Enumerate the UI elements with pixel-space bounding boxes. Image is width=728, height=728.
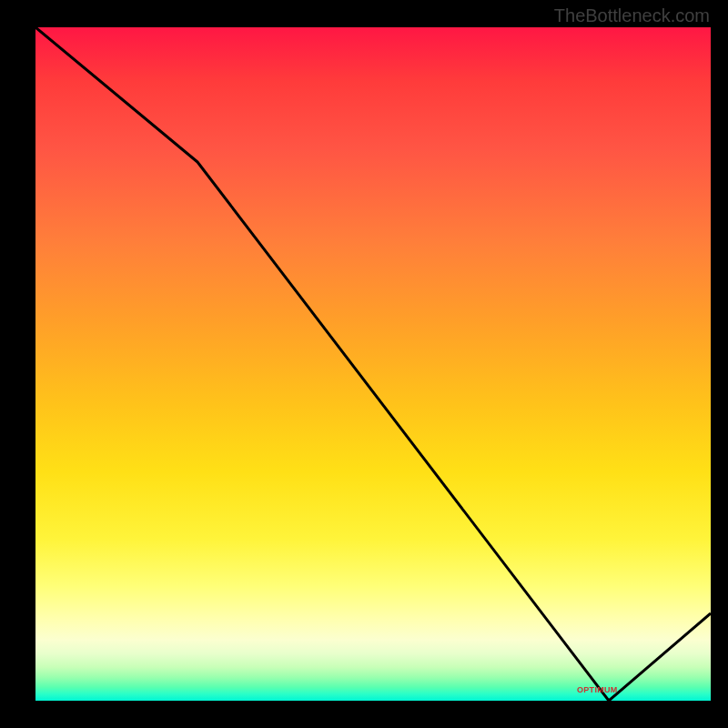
plot-area: OPTIMUM [35, 27, 711, 701]
data-line [35, 27, 711, 701]
watermark-text: TheBottleneck.com [554, 5, 710, 26]
optimum-annotation: OPTIMUM [577, 685, 618, 694]
line-plot-svg [35, 27, 711, 701]
chart-container: TheBottleneck.com OPTIMUM [0, 0, 728, 728]
